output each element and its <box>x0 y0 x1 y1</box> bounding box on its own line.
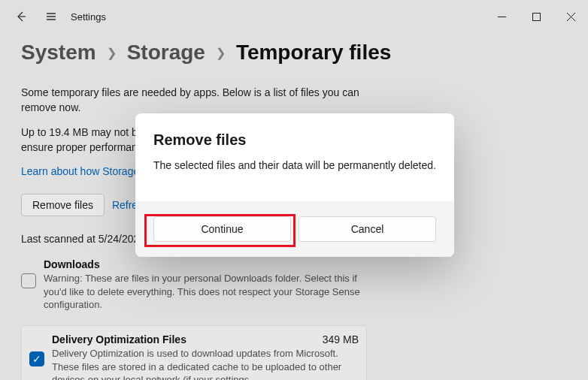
cancel-button[interactable]: Cancel <box>299 216 436 242</box>
dialog-message: The selected files and their data will b… <box>153 159 436 171</box>
dialog-title: Remove files <box>153 131 436 149</box>
continue-button[interactable]: Continue <box>153 216 291 242</box>
remove-files-dialog: Remove files The selected files and thei… <box>135 113 454 257</box>
